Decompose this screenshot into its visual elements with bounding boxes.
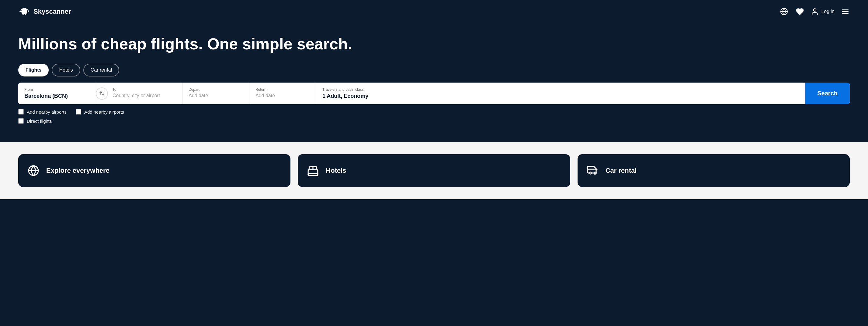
hero-title: Millions of cheap flights. One simple se…	[18, 35, 850, 53]
travelers-value: 1 Adult, Economy	[322, 93, 799, 99]
login-label: Log in	[821, 9, 835, 14]
svg-point-2	[813, 8, 816, 11]
from-field[interactable]: From Barcelona (BCN)	[18, 83, 97, 104]
nearby-airports-from-checkbox[interactable]	[18, 109, 24, 114]
search-tabs: Flights Hotels Car rental	[18, 64, 850, 77]
globe-icon[interactable]	[779, 7, 789, 17]
direct-flights-checkbox[interactable]	[18, 118, 24, 124]
to-label: To	[113, 87, 176, 92]
tab-hotels[interactable]: Hotels	[52, 64, 80, 77]
direct-flights[interactable]: Direct flights	[18, 118, 52, 124]
return-field[interactable]: Return Add date	[249, 83, 316, 104]
heart-icon[interactable]	[795, 7, 805, 17]
globe-card-icon	[27, 164, 40, 177]
search-button[interactable]: Search	[805, 83, 850, 104]
explore-label: Explore everywhere	[46, 167, 110, 174]
swap-button[interactable]	[96, 87, 108, 100]
header-nav: Log in	[779, 7, 850, 17]
return-placeholder: Add date	[255, 93, 310, 99]
login-button[interactable]: Log in	[811, 8, 835, 16]
svg-rect-6	[308, 174, 318, 175]
car-rental-card[interactable]: Car rental	[578, 154, 850, 187]
tab-flights[interactable]: Flights	[18, 64, 49, 77]
travelers-label: Travelers and cabin class	[322, 87, 799, 92]
nearby-airports-from[interactable]: Add nearby airports	[18, 109, 67, 114]
nearby-airports-to-label: Add nearby airports	[84, 109, 124, 114]
from-label: From	[24, 87, 91, 92]
hotels-card-label: Hotels	[326, 167, 346, 174]
nearby-airports-from-label: Add nearby airports	[27, 109, 67, 114]
explore-everywhere-card[interactable]: Explore everywhere	[18, 154, 290, 187]
skyscanner-logo-icon	[18, 5, 30, 18]
tab-car-rental[interactable]: Car rental	[83, 64, 119, 77]
from-value: Barcelona (BCN)	[24, 93, 91, 99]
to-field[interactable]: To Country, city or airport	[97, 83, 183, 104]
depart-placeholder: Add date	[189, 93, 243, 99]
depart-label: Depart	[189, 87, 243, 92]
hotel-card-icon	[306, 164, 320, 177]
hero-section: Millions of cheap flights. One simple se…	[0, 23, 868, 142]
car-card-icon	[586, 164, 599, 177]
car-rental-card-label: Car rental	[606, 167, 637, 174]
depart-field[interactable]: Depart Add date	[183, 83, 249, 104]
nearby-airports-to-checkbox[interactable]	[76, 109, 81, 114]
svg-point-8	[594, 172, 596, 174]
direct-flights-checkbox-row: Direct flights	[18, 118, 850, 124]
to-placeholder: Country, city or airport	[113, 93, 176, 99]
travelers-field[interactable]: Travelers and cabin class 1 Adult, Econo…	[316, 83, 805, 104]
hotels-card[interactable]: Hotels	[298, 154, 570, 187]
header: Skyscanner Log in	[0, 0, 868, 23]
logo-text: Skyscanner	[33, 8, 71, 16]
menu-button[interactable]	[841, 8, 850, 15]
direct-flights-label: Direct flights	[27, 118, 52, 124]
return-label: Return	[255, 87, 310, 92]
bottom-section: Explore everywhere Hotels Car rental	[0, 142, 868, 199]
logo[interactable]: Skyscanner	[18, 5, 71, 18]
nearby-airports-to[interactable]: Add nearby airports	[76, 109, 124, 114]
search-form: From Barcelona (BCN) To Country, city or…	[18, 83, 850, 104]
checkboxes: Add nearby airports Add nearby airports	[18, 109, 850, 114]
